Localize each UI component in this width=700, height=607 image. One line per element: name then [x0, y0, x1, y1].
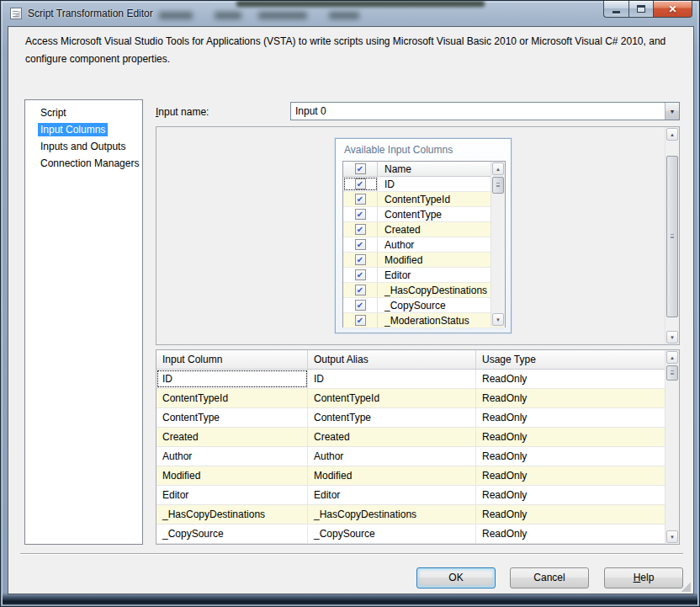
list-item[interactable]: ✔ ContentType [343, 207, 505, 222]
input-name-dropdown[interactable]: Input 0 ▼ [290, 102, 680, 120]
checkbox-cell[interactable]: ✔ [343, 207, 378, 221]
checkbox-cell[interactable]: ✔ [343, 192, 378, 206]
scroll-thumb[interactable] [666, 156, 678, 317]
table-row[interactable]: Editor Editor ReadOnly [156, 486, 666, 505]
checkbox-cell[interactable]: ✔ [343, 298, 378, 312]
check-icon: ✔ [357, 301, 363, 310]
cell-usage-type[interactable]: ReadOnly [476, 389, 666, 407]
cell-output-alias[interactable]: ContentTypeId [308, 389, 476, 407]
name-column-header[interactable]: Name [378, 163, 505, 175]
list-item[interactable]: ✔ Author [343, 237, 505, 253]
header-input-column[interactable]: Input Column [156, 350, 308, 369]
help-button[interactable]: Help [604, 567, 683, 588]
scroll-up-icon[interactable]: ▲ [666, 128, 678, 141]
cell-usage-type[interactable]: ReadOnly [476, 447, 666, 466]
table-scrollbar[interactable]: ▲ ▼ [665, 350, 679, 544]
maximize-button[interactable] [628, 1, 654, 18]
dropdown-button[interactable]: ▼ [665, 103, 679, 120]
table-row[interactable]: Modified Modified ReadOnly [156, 466, 666, 486]
cancel-button[interactable]: Cancel [510, 567, 589, 588]
row-checkbox[interactable]: ✔ [355, 254, 366, 265]
cell-input-column[interactable]: Modified [156, 466, 308, 485]
checkbox-cell[interactable]: ✔ [343, 177, 378, 191]
table-row[interactable]: ContentTypeId ContentTypeId ReadOnly [156, 389, 666, 408]
list-item[interactable]: ✔ Editor [343, 268, 505, 283]
row-checkbox[interactable]: ✔ [355, 209, 366, 220]
sidebar-item-script[interactable]: Script [25, 104, 142, 121]
scroll-up-icon[interactable]: ▲ [666, 351, 678, 364]
sidebar-item-inputs-and-outputs[interactable]: Inputs and Outputs [25, 138, 142, 155]
sidebar-item-input-columns[interactable]: Input Columns [25, 121, 142, 138]
scroll-thumb[interactable] [492, 177, 504, 194]
cell-usage-type[interactable]: ReadOnly [476, 370, 666, 388]
checkbox-cell[interactable]: ✔ [343, 313, 378, 327]
cell-input-column[interactable]: _HasCopyDestinations [156, 505, 308, 524]
table-row[interactable]: _CopySource _CopySource ReadOnly [156, 524, 666, 544]
row-checkbox[interactable]: ✔ [355, 239, 366, 250]
cell-input-column[interactable]: _CopySource [156, 524, 308, 543]
scroll-thumb[interactable] [666, 365, 678, 381]
scroll-down-icon[interactable]: ▼ [666, 530, 678, 543]
cell-output-alias[interactable]: Modified [308, 466, 476, 485]
titlebar[interactable]: Script Transformation Editor [1, 1, 699, 26]
table-row[interactable]: ID ID ReadOnly [156, 370, 666, 389]
list-item[interactable]: ✔ _HasCopyDestinations [343, 283, 505, 298]
cell-usage-type[interactable]: ReadOnly [476, 428, 666, 446]
row-checkbox[interactable]: ✔ [355, 194, 366, 205]
scroll-down-icon[interactable]: ▼ [666, 331, 678, 343]
row-checkbox[interactable]: ✔ [355, 269, 366, 280]
table-row[interactable]: ContentType ContentType ReadOnly [156, 408, 666, 428]
select-all-cell[interactable]: ✔ [343, 162, 378, 176]
table-row[interactable]: Created Created ReadOnly [156, 428, 666, 447]
cell-output-alias[interactable]: Editor [308, 486, 476, 504]
checkbox-cell[interactable]: ✔ [343, 222, 378, 237]
checkbox-cell[interactable]: ✔ [343, 237, 378, 252]
close-button[interactable]: ✕ [654, 1, 692, 18]
row-checkbox[interactable]: ✔ [355, 300, 366, 311]
cell-usage-type[interactable]: ReadOnly [476, 466, 666, 485]
list-item[interactable]: ✔ Created [343, 222, 505, 237]
list-item[interactable]: ✔ ContentTypeId [343, 192, 505, 207]
select-all-checkbox[interactable]: ✔ [355, 163, 366, 174]
column-name: Editor [378, 269, 505, 281]
cell-output-alias[interactable]: Created [308, 428, 476, 446]
row-checkbox[interactable]: ✔ [355, 224, 366, 235]
checkbox-cell[interactable]: ✔ [343, 268, 378, 282]
row-checkbox[interactable]: ✔ [355, 178, 366, 189]
checkbox-cell[interactable]: ✔ [343, 253, 378, 267]
list-item[interactable]: ✔ _ModerationStatus [343, 313, 505, 328]
cell-input-column[interactable]: ContentType [156, 408, 308, 427]
cell-input-column[interactable]: ID [156, 370, 308, 388]
list-scrollbar[interactable]: ▲ ▼ [491, 162, 505, 327]
cell-input-column[interactable]: Author [156, 447, 308, 466]
available-input-columns-box[interactable]: Available Input Columns ✔ Name ✔ ID [335, 138, 512, 333]
row-checkbox[interactable]: ✔ [355, 315, 366, 326]
cell-usage-type[interactable]: ReadOnly [476, 408, 666, 427]
ok-button[interactable]: OK [416, 567, 496, 588]
list-item[interactable]: ✔ _CopySource [343, 298, 505, 313]
row-checkbox[interactable]: ✔ [355, 285, 366, 296]
cell-usage-type[interactable]: ReadOnly [476, 486, 666, 504]
cell-output-alias[interactable]: ID [308, 370, 476, 388]
header-usage-type[interactable]: Usage Type [476, 350, 666, 369]
scroll-down-icon[interactable]: ▼ [492, 313, 504, 326]
table-row[interactable]: Author Author ReadOnly [156, 447, 666, 466]
minimize-button[interactable] [603, 1, 628, 18]
cell-input-column[interactable]: ContentTypeId [156, 389, 308, 407]
cell-input-column[interactable]: Editor [156, 486, 308, 504]
cell-usage-type[interactable]: ReadOnly [476, 524, 666, 543]
cell-output-alias[interactable]: _CopySource [308, 524, 476, 543]
cell-input-column[interactable]: Created [156, 428, 308, 446]
table-row[interactable]: _HasCopyDestinations _HasCopyDestination… [156, 505, 666, 524]
sidebar-item-connection-managers[interactable]: Connection Managers [25, 155, 142, 172]
list-item[interactable]: ✔ ID [343, 177, 505, 192]
panel-scrollbar[interactable]: ▲ ▼ [665, 127, 679, 344]
cell-output-alias[interactable]: _HasCopyDestinations [308, 505, 476, 524]
cell-output-alias[interactable]: ContentType [308, 408, 476, 427]
header-output-alias[interactable]: Output Alias [308, 350, 476, 369]
scroll-up-icon[interactable]: ▲ [492, 162, 504, 175]
checkbox-cell[interactable]: ✔ [343, 283, 378, 297]
cell-usage-type[interactable]: ReadOnly [476, 505, 666, 524]
list-item[interactable]: ✔ Modified [343, 253, 505, 268]
cell-output-alias[interactable]: Author [308, 447, 476, 466]
